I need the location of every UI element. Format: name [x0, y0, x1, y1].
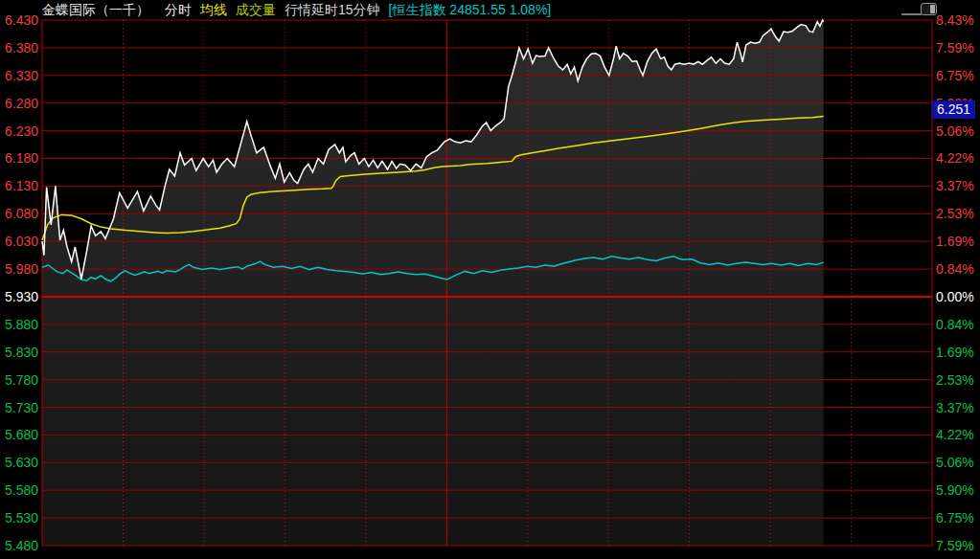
toggle-divider: [901, 13, 922, 15]
pct-axis-label: 5.06%: [936, 123, 980, 140]
pct-axis-label: 6.75%: [936, 67, 980, 84]
pct-axis-label: 3.37%: [936, 177, 980, 194]
index-ticker[interactable]: [恒生指数 24851.55 1.08%]: [389, 2, 552, 19]
price-axis-label: 6.330: [0, 67, 38, 84]
stock-app-screen: 金蝶国际（一千） 分时 均线 成交量 行情延时15分钟 [恒生指数 24851.…: [0, 0, 980, 559]
price-axis-label: 5.880: [0, 316, 38, 333]
price-axis-label: 6.380: [0, 39, 38, 56]
pct-axis-label: 1.69%: [936, 233, 980, 250]
price-axis-label: 6.130: [0, 177, 38, 194]
pct-axis-label: 5.90%: [936, 481, 980, 499]
pct-axis-label: 3.37%: [936, 399, 980, 416]
price-axis-label: 6.230: [0, 123, 38, 140]
price-axis-label: 5.480: [0, 537, 38, 554]
price-axis-label: 6.280: [0, 95, 38, 112]
pct-axis-label: 0.84%: [936, 260, 980, 278]
price-axis-label: 6.080: [0, 205, 38, 222]
pct-axis-label: 4.22%: [936, 149, 980, 167]
delay-notice: 行情延时15分钟: [285, 2, 380, 19]
price-axis-label: 5.730: [0, 399, 38, 416]
pct-axis-label: 0.84%: [936, 316, 980, 333]
chart-header: 金蝶国际（一千） 分时 均线 成交量 行情延时15分钟 [恒生指数 24851.…: [42, 1, 551, 19]
pct-axis-label: 8.43%: [936, 11, 980, 29]
price-axis-label: 5.930: [0, 288, 38, 305]
price-axis-label: 5.580: [0, 481, 38, 499]
pct-axis-label: 1.69%: [936, 344, 980, 361]
price-axis-label: 6.030: [0, 233, 38, 250]
pct-axis-label: 5.06%: [936, 454, 980, 471]
pct-axis-label: 2.53%: [936, 371, 980, 389]
price-axis-label: 6.430: [0, 11, 38, 29]
price-axis-label: 5.830: [0, 344, 38, 361]
price-axis-label: 5.530: [0, 509, 38, 526]
pct-axis-label: 2.53%: [936, 205, 980, 222]
panel-toggle-icon[interactable]: [921, 3, 937, 15]
pct-axis-label: 6.75%: [936, 509, 980, 526]
price-axis-label: 6.180: [0, 149, 38, 167]
pct-axis-label: 7.59%: [936, 39, 980, 56]
intraday-chart[interactable]: [0, 0, 980, 559]
price-axis-label: 5.630: [0, 454, 38, 471]
avg-price-badge: 6.251: [932, 101, 975, 119]
tab-timeline[interactable]: 分时: [165, 2, 192, 19]
tab-avg-line[interactable]: 均线: [200, 2, 227, 19]
pct-axis-label: 4.22%: [936, 426, 980, 443]
pct-axis-label: 0.00%: [936, 288, 980, 305]
stock-name: 金蝶国际（一千）: [42, 2, 149, 19]
price-axis-label: 5.680: [0, 426, 38, 443]
tab-volume[interactable]: 成交量: [236, 2, 276, 19]
price-axis-label: 5.780: [0, 371, 38, 389]
price-axis-label: 5.980: [0, 260, 38, 278]
pct-axis-label: 7.59%: [936, 537, 980, 554]
price-area-fill: [42, 20, 824, 546]
panel-toggle-bar: [930, 5, 935, 13]
